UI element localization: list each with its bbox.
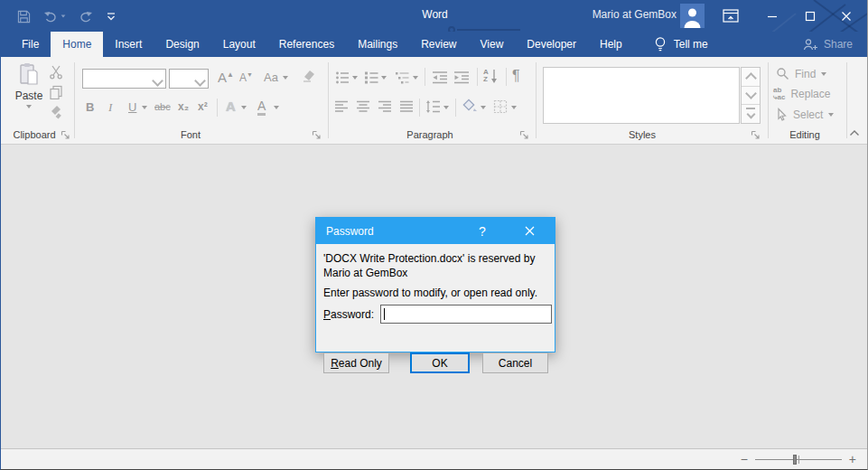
font-dialog-launcher-icon[interactable] bbox=[312, 130, 322, 141]
change-case-dropdown-icon[interactable] bbox=[283, 76, 288, 80]
maximize-button[interactable] bbox=[795, 0, 826, 32]
share-button[interactable]: Share bbox=[794, 32, 868, 57]
styles-scroll-down-button[interactable] bbox=[742, 87, 760, 106]
group-separator bbox=[846, 62, 847, 138]
shading-dropdown-icon[interactable] bbox=[481, 106, 486, 109]
numbering-icon[interactable] bbox=[364, 70, 378, 85]
borders-dropdown-icon[interactable] bbox=[511, 106, 517, 109]
text-effects-button[interactable]: A bbox=[226, 99, 236, 114]
align-right-icon[interactable] bbox=[378, 100, 392, 113]
tab-insert[interactable]: Insert bbox=[103, 32, 154, 57]
group-separator bbox=[536, 62, 537, 138]
underline-button[interactable]: U bbox=[128, 100, 136, 114]
group-separator bbox=[74, 62, 75, 138]
mini-separator bbox=[419, 99, 420, 117]
cancel-button[interactable]: Cancel bbox=[482, 352, 548, 373]
minimize-button[interactable] bbox=[757, 0, 788, 32]
strikethrough-button[interactable]: abc bbox=[154, 101, 171, 112]
cursor-arrow-icon bbox=[776, 108, 788, 121]
subscript-button[interactable]: x₂ bbox=[178, 100, 189, 113]
replace-button[interactable]: ab⤷ac Replace bbox=[773, 87, 830, 101]
tab-home[interactable]: Home bbox=[51, 32, 103, 57]
shrink-font-button[interactable]: A▼ bbox=[239, 71, 253, 84]
ribbon-display-options-button[interactable] bbox=[715, 0, 746, 32]
sort-icon[interactable]: AZ bbox=[483, 69, 499, 85]
dialog-prompt: Enter password to modify, or open read o… bbox=[323, 287, 548, 299]
copy-icon[interactable] bbox=[49, 85, 63, 99]
numbering-dropdown-icon[interactable] bbox=[381, 76, 387, 80]
tab-review[interactable]: Review bbox=[409, 32, 468, 57]
decrease-indent-icon[interactable] bbox=[432, 70, 448, 85]
italic-button[interactable]: I bbox=[108, 100, 112, 115]
change-case-button[interactable]: Aa bbox=[264, 70, 278, 84]
dialog-message: 'DOCX Write Protection.docx' is reserved… bbox=[323, 251, 548, 280]
tab-help[interactable]: Help bbox=[588, 32, 634, 57]
chevron-down-icon bbox=[152, 75, 163, 87]
dialog-body: 'DOCX Write Protection.docx' is reserved… bbox=[316, 244, 555, 352]
text-effects-dropdown-icon[interactable] bbox=[241, 106, 247, 109]
paste-button[interactable]: Paste bbox=[10, 62, 48, 126]
tell-me-box[interactable]: Tell me bbox=[643, 32, 719, 57]
dialog-help-button[interactable]: ? bbox=[466, 218, 499, 244]
font-name-combo[interactable] bbox=[82, 69, 166, 89]
bullets-dropdown-icon[interactable] bbox=[352, 76, 358, 80]
password-input[interactable] bbox=[380, 305, 552, 324]
multilevel-dropdown-icon[interactable] bbox=[413, 76, 418, 80]
zoom-in-button[interactable]: + bbox=[849, 449, 856, 469]
zoom-slider-thumb[interactable] bbox=[793, 455, 797, 465]
pilcrow-button[interactable]: ¶ bbox=[512, 68, 520, 84]
account-name[interactable]: Mario at GemBox bbox=[593, 8, 677, 21]
bold-button[interactable]: B bbox=[86, 100, 94, 114]
tab-developer[interactable]: Developer bbox=[515, 32, 588, 57]
tab-design[interactable]: Design bbox=[154, 32, 210, 57]
close-icon bbox=[525, 226, 535, 236]
ribbon-tab-bar: File Home Insert Design Layout Reference… bbox=[1, 32, 868, 57]
font-size-combo[interactable] bbox=[169, 69, 209, 89]
superscript-button[interactable]: x² bbox=[198, 100, 208, 113]
clear-formatting-icon[interactable] bbox=[301, 69, 317, 83]
tab-file[interactable]: File bbox=[10, 32, 51, 57]
styles-gallery[interactable] bbox=[543, 67, 740, 124]
cut-icon[interactable] bbox=[49, 65, 63, 80]
find-label: Find bbox=[795, 68, 816, 80]
align-center-icon[interactable] bbox=[356, 100, 370, 113]
format-painter-icon[interactable] bbox=[49, 105, 63, 119]
styles-group-label: Styles bbox=[597, 129, 687, 144]
paragraph-dialog-launcher-icon[interactable] bbox=[519, 130, 530, 141]
line-spacing-dropdown-icon[interactable] bbox=[443, 106, 449, 109]
grow-font-button[interactable]: A▲ bbox=[218, 70, 234, 85]
multilevel-list-icon[interactable] bbox=[395, 70, 409, 85]
read-only-button[interactable]: Read Only bbox=[323, 352, 389, 373]
group-separator bbox=[328, 62, 329, 138]
ok-button[interactable]: OK bbox=[410, 352, 470, 373]
font-color-button[interactable]: A bbox=[257, 99, 266, 116]
shading-icon[interactable] bbox=[462, 99, 478, 114]
clipboard-dialog-launcher-icon[interactable] bbox=[61, 130, 71, 141]
styles-gallery-more-button[interactable] bbox=[742, 105, 760, 123]
tab-references[interactable]: References bbox=[267, 32, 346, 57]
window-close-button[interactable] bbox=[831, 0, 862, 32]
bullets-icon[interactable] bbox=[335, 70, 350, 85]
select-label: Select bbox=[793, 108, 823, 121]
zoom-slider[interactable] bbox=[755, 449, 842, 469]
justify-icon[interactable] bbox=[399, 100, 414, 113]
find-button[interactable]: Find bbox=[776, 67, 826, 80]
collapse-ribbon-icon[interactable] bbox=[848, 127, 864, 142]
avatar[interactable] bbox=[680, 4, 705, 28]
select-button[interactable]: Select bbox=[776, 108, 834, 121]
zoom-out-button[interactable]: − bbox=[741, 449, 748, 469]
dialog-close-button[interactable] bbox=[511, 218, 547, 244]
styles-scroll-up-button[interactable] bbox=[742, 68, 760, 87]
line-spacing-icon[interactable] bbox=[425, 99, 441, 114]
tab-view[interactable]: View bbox=[469, 32, 516, 57]
tab-layout[interactable]: Layout bbox=[211, 32, 267, 57]
borders-icon[interactable] bbox=[493, 99, 508, 114]
styles-dialog-launcher-icon[interactable] bbox=[751, 130, 761, 141]
align-left-icon[interactable] bbox=[334, 100, 349, 113]
font-color-dropdown-icon[interactable] bbox=[274, 106, 279, 109]
search-icon bbox=[776, 67, 789, 80]
tab-mailings[interactable]: Mailings bbox=[346, 32, 409, 57]
status-bar: − + bbox=[1, 448, 868, 469]
increase-indent-icon[interactable] bbox=[453, 70, 470, 85]
underline-dropdown-icon[interactable] bbox=[142, 106, 147, 109]
